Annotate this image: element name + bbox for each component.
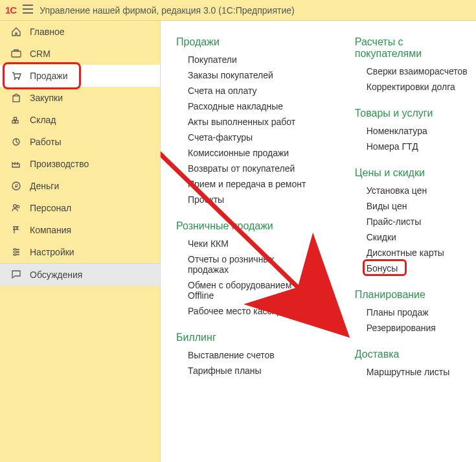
sidebar-item-label: Главное: [30, 27, 65, 37]
menu-link[interactable]: Выставление счетов: [188, 350, 316, 360]
svg-point-1: [14, 78, 16, 80]
menu-link[interactable]: Установка цен: [367, 185, 470, 196]
section: ПланированиеПланы продажРезервирования: [355, 289, 470, 333]
crm-icon: [10, 49, 22, 59]
section: Розничные продажиЧеки ККМОтчеты о рознич…: [176, 220, 316, 316]
menu-link[interactable]: Заказы покупателей: [188, 70, 316, 80]
sidebar-item-label: Склад: [30, 115, 56, 125]
menu-link[interactable]: Рабочее место кассира (РМК): [188, 306, 316, 316]
menu-link[interactable]: Возвраты от покупателей: [188, 163, 316, 174]
section-heading[interactable]: Продажи: [176, 36, 316, 48]
chat-icon: [10, 270, 22, 280]
sidebar-item-5[interactable]: Работы: [0, 131, 160, 153]
svg-point-13: [17, 251, 19, 253]
works-icon: [10, 137, 22, 147]
personnel-icon: [10, 203, 22, 213]
sidebar-item-label: Закупки: [30, 93, 63, 103]
menu-link[interactable]: Номенклатура: [367, 126, 470, 136]
sidebar-item-9[interactable]: Компания: [0, 219, 160, 241]
menu-link[interactable]: Чеки ККМ: [188, 238, 316, 249]
section: БиллингВыставление счетовТарифные планы: [176, 332, 316, 376]
sidebar-item-0[interactable]: Главное: [0, 21, 160, 43]
svg-rect-0: [12, 51, 21, 57]
menu-link[interactable]: Резервирования: [367, 323, 470, 333]
sidebar-item-1[interactable]: CRM: [0, 43, 160, 65]
menu-link[interactable]: Счета-фактуры: [188, 132, 316, 143]
svg-point-12: [14, 249, 16, 251]
section-heading[interactable]: Расчеты с покупателями: [355, 36, 470, 60]
menu-link[interactable]: Бонусы: [367, 263, 398, 273]
menu-link[interactable]: Комиссионные продажи: [188, 148, 316, 158]
sidebar-item-label: Настройки: [30, 247, 74, 257]
app-header: 1С Управление нашей фирмой, редакция 3.0…: [0, 0, 476, 21]
cart-icon: [10, 71, 22, 81]
menu-link[interactable]: Тарифные планы: [188, 365, 316, 376]
sidebar-item-3[interactable]: Закупки: [0, 87, 160, 109]
sidebar-item-8[interactable]: Персонал: [0, 197, 160, 219]
svg-rect-5: [16, 121, 18, 123]
logo-1c: 1С: [5, 5, 16, 16]
menu-link[interactable]: Прайс-листы: [367, 216, 470, 227]
menu-link[interactable]: Маршрутные листы: [367, 367, 470, 377]
app-title: Управление нашей фирмой, редакция 3.0 (1…: [40, 5, 295, 16]
money-icon: ₽: [10, 181, 22, 191]
sidebar-item-10[interactable]: Настройки: [0, 241, 160, 263]
sidebar-item-label: Компания: [30, 225, 71, 235]
svg-text:₽: ₽: [15, 183, 18, 189]
sidebar-item-6[interactable]: Производство: [0, 153, 160, 175]
menu-link[interactable]: Скидки: [367, 232, 470, 242]
content-area: ПродажиПокупателиЗаказы покупателейСчета…: [161, 21, 476, 462]
sidebar-item-4[interactable]: Склад: [0, 109, 160, 131]
warehouse-icon: [10, 115, 22, 125]
settings-icon: [10, 247, 22, 257]
svg-point-2: [18, 78, 19, 80]
section: Расчеты с покупателямиСверки взаиморасче…: [355, 36, 470, 92]
section: Товары и услугиНоменклатураНомера ГТД: [355, 108, 470, 152]
hamburger-icon[interactable]: [23, 5, 33, 16]
menu-link[interactable]: Счета на оплату: [188, 86, 316, 96]
svg-point-10: [14, 205, 17, 208]
sidebar-item-2[interactable]: Продажи: [0, 65, 160, 87]
home-icon: [10, 27, 22, 37]
section: ПродажиПокупателиЗаказы покупателейСчета…: [176, 36, 316, 205]
purchases-icon: [10, 93, 22, 103]
svg-rect-3: [13, 96, 19, 102]
sidebar-item-label: Обсуждения: [30, 270, 82, 280]
sidebar-item-label: Деньги: [30, 181, 59, 191]
sidebar-item-label: Персонал: [30, 203, 71, 213]
menu-link[interactable]: Дисконтные карты: [367, 248, 470, 258]
menu-link[interactable]: Покупатели: [188, 54, 316, 65]
menu-link[interactable]: Акты выполненных работ: [188, 117, 316, 127]
menu-link[interactable]: Отчеты о розничных продажах: [188, 254, 316, 275]
sidebar-item-label: Работы: [30, 137, 62, 147]
menu-link[interactable]: Обмен с оборудованием Offline: [188, 280, 316, 301]
menu-link[interactable]: Расходные накладные: [188, 101, 316, 111]
menu-link[interactable]: Корректировки долга: [367, 82, 470, 92]
sidebar-item-discussions[interactable]: Обсуждения: [0, 264, 160, 286]
menu-link[interactable]: Прием и передача в ремонт: [188, 179, 316, 189]
menu-link[interactable]: Планы продаж: [367, 307, 470, 318]
sidebar-item-7[interactable]: ₽Деньги: [0, 175, 160, 197]
menu-link[interactable]: Номера ГТД: [367, 141, 470, 152]
menu-link[interactable]: Виды цен: [367, 201, 470, 211]
section-heading[interactable]: Розничные продажи: [176, 220, 316, 232]
company-icon: [10, 225, 22, 235]
section-heading[interactable]: Биллинг: [176, 332, 316, 343]
section-heading[interactable]: Товары и услуги: [355, 108, 470, 119]
sidebar: ГлавноеCRMПродажиЗакупкиСкладРаботыПроиз…: [0, 21, 161, 462]
svg-rect-4: [12, 121, 15, 123]
sidebar-item-label: Продажи: [30, 71, 67, 81]
sidebar-item-label: CRM: [30, 49, 51, 59]
section-heading[interactable]: Цены и скидки: [355, 167, 470, 179]
production-icon: [10, 159, 22, 169]
menu-link[interactable]: Проекты: [188, 194, 316, 205]
section: Цены и скидкиУстановка ценВиды ценПрайс-…: [355, 167, 470, 273]
svg-point-14: [14, 254, 16, 256]
section-heading[interactable]: Планирование: [355, 289, 470, 301]
section-heading[interactable]: Доставка: [355, 349, 470, 360]
section: ДоставкаМаршрутные листы: [355, 349, 470, 377]
svg-point-11: [17, 205, 19, 208]
svg-rect-6: [14, 117, 17, 120]
sidebar-item-label: Производство: [30, 159, 89, 169]
menu-link[interactable]: Сверки взаиморасчетов: [367, 66, 470, 76]
